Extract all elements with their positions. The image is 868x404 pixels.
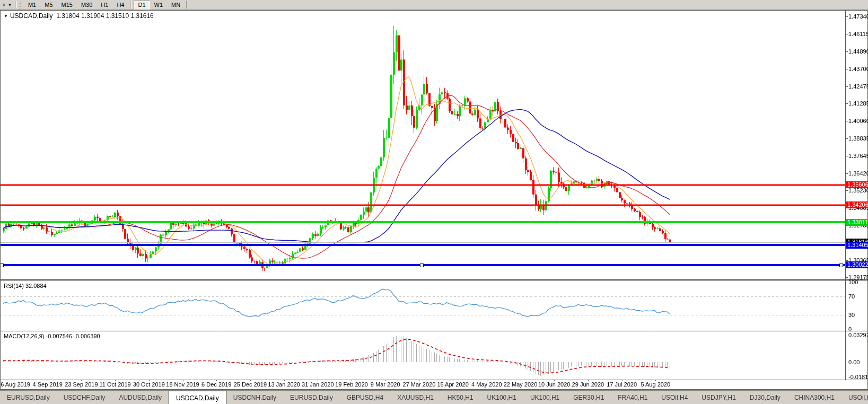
chart-tab-china300-h1[interactable]: CHINA300,H1 bbox=[787, 391, 841, 404]
chart-tab-uk100-h1[interactable]: UK100,H1 bbox=[523, 391, 566, 404]
period-button-m1[interactable]: M1 bbox=[24, 1, 40, 10]
period-button-d1[interactable]: D1 bbox=[134, 1, 150, 10]
period-button-h1[interactable]: H1 bbox=[97, 1, 112, 10]
period-button-m30[interactable]: M30 bbox=[77, 1, 97, 10]
chart-tab-uk100-h1[interactable]: UK100,H1 bbox=[480, 391, 523, 404]
toolbar-separator bbox=[130, 1, 132, 8]
period-button-mn[interactable]: MN bbox=[167, 1, 185, 10]
chart-tab-hk50-h1[interactable]: HK50,H1 bbox=[441, 391, 480, 404]
period-button-m15[interactable]: M15 bbox=[57, 1, 77, 10]
mt4-terminal: ⌖ ▼ M1M5M15M30H1H4D1W1MN ▼USDCAD,Daily 1… bbox=[0, 0, 868, 404]
chart-tab-usoil-h1[interactable]: USOil,H1 bbox=[841, 391, 868, 404]
toolbar-grip[interactable] bbox=[20, 2, 22, 8]
chart-canvas[interactable] bbox=[0, 0, 868, 404]
chart-tab-ger30-h1[interactable]: GER30,H1 bbox=[566, 391, 611, 404]
chart-tab-audusd-daily[interactable]: AUDUSD,Daily bbox=[112, 391, 169, 404]
period-buttons: M1M5M15M30H1H4D1W1MN bbox=[24, 1, 190, 10]
chart-tab-eurusd-daily[interactable]: EURUSD,Daily bbox=[0, 391, 57, 404]
crosshair-cursor-icon[interactable]: ⌖ bbox=[0, 1, 7, 10]
chart-tab-dj30-daily[interactable]: DJ30,Daily bbox=[743, 391, 787, 404]
chart-tab-fra40-h1[interactable]: FRA40,H1 bbox=[611, 391, 654, 404]
chart-tab-bar: EURUSD,DailyUSDCHF,DailyAUDUSD,DailyUSDC… bbox=[0, 390, 868, 404]
chart-tab-usdcnh-daily[interactable]: USDCNH,Daily bbox=[226, 391, 283, 404]
chart-tab-gbpusd-h4[interactable]: GBPUSD,H4 bbox=[340, 391, 390, 404]
toolbar-separator bbox=[186, 1, 188, 8]
period-button-w1[interactable]: W1 bbox=[150, 1, 168, 10]
chart-tab-usoil-h4[interactable]: USOil,H4 bbox=[654, 391, 695, 404]
chart-tab-xauusd-h1[interactable]: XAUUSD,H1 bbox=[390, 391, 441, 404]
chart-tab-eurusd-daily[interactable]: EURUSD,Daily bbox=[283, 391, 340, 404]
chart-tab-usdchf-daily[interactable]: USDCHF,Daily bbox=[57, 391, 112, 404]
timeframe-toolbar: ⌖ ▼ M1M5M15M30H1H4D1W1MN bbox=[0, 0, 868, 10]
caret-down-icon[interactable]: ▼ bbox=[8, 3, 12, 7]
period-button-m5[interactable]: M5 bbox=[40, 1, 57, 10]
chart-tab-usdcad-daily[interactable]: USDCAD,Daily bbox=[169, 391, 226, 404]
period-button-h4[interactable]: H4 bbox=[112, 1, 128, 10]
chart-tab-usdjpy-h1[interactable]: USDJPY,H1 bbox=[695, 391, 742, 404]
toolbar-separator bbox=[15, 1, 17, 8]
